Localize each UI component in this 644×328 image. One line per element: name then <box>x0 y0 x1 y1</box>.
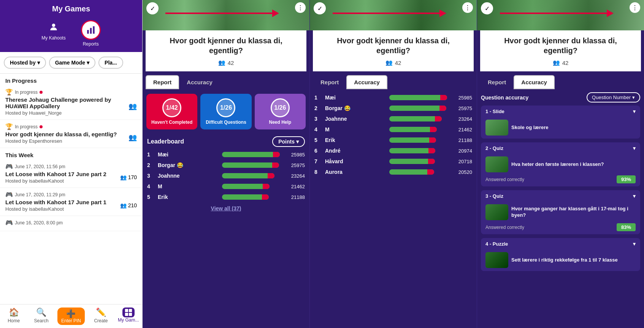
col2-header: ✓ ⋮ <box>310 0 477 30</box>
stat-need-help[interactable]: 1/26 Need Help <box>255 94 306 129</box>
col3-header: ✓ ⋮ <box>477 0 644 30</box>
stat-circle-2: 1/26 <box>216 98 235 117</box>
stat-circle-3: 1/26 <box>271 98 290 117</box>
question-body: Skole og lærere <box>481 117 640 139</box>
list-item[interactable]: 🏆 In progress Hvor godt kjenner du klass… <box>0 120 142 148</box>
accuracy-header: Question accuracy Question Number ▾ <box>481 92 640 102</box>
tab-report[interactable]: Report <box>480 75 514 89</box>
home-icon: 🏠 <box>9 308 19 317</box>
score-bar <box>389 106 447 111</box>
svg-rect-2 <box>90 28 92 34</box>
sidebar-title: My Games <box>0 0 142 16</box>
col2-tabs: Report Accuracy <box>310 71 477 89</box>
list-item[interactable]: 🎮 June 17, 2020, 11:56 pm Let Loose with… <box>0 160 142 188</box>
question-item-1: 1 - Slide ▾ Skole og lærere <box>481 106 640 139</box>
player-count: 👥 42 <box>486 59 635 66</box>
players-filter[interactable]: Pla... <box>98 57 123 69</box>
question-thumbnail <box>485 252 508 268</box>
question-header: 2 - Quiz ▾ <box>481 142 640 154</box>
chevron-down-icon: ▾ <box>633 193 636 199</box>
question-number-button[interactable]: Question Number ▾ <box>587 92 640 102</box>
nav-enter-pin[interactable]: ➕ Enter PIN <box>57 308 85 325</box>
table-row: 3 Joahnne 23264 <box>310 114 477 124</box>
sidebar-item-my-kahoots[interactable]: My Kahoots <box>41 20 65 47</box>
game-card-info: Hvor godt kjenner du klassa di, egentlig… <box>146 30 306 71</box>
sidebar-content: In Progress 🏆 In progress Therese Johaug… <box>0 74 142 304</box>
table-row: 2 Borgar 😂 25975 <box>310 103 477 114</box>
tab-report[interactable]: Report <box>146 75 179 89</box>
table-row: 1 Mæi 25985 <box>143 149 309 160</box>
game-title: Hvor godt kjenner du klassa di, egentlig… <box>152 36 300 55</box>
hosted-by-filter[interactable]: Hosted by ▾ <box>4 57 46 69</box>
score-bar <box>389 127 437 132</box>
chevron-down-icon: ▾ <box>633 109 636 114</box>
game-card-info: Hvor godt kjenner du klassa di, egentlig… <box>313 30 474 71</box>
player-count: 👥 42 <box>319 59 468 66</box>
more-options-button[interactable]: ⋮ <box>630 2 640 13</box>
nav-my-games[interactable]: My Gam... <box>117 308 140 325</box>
list-item[interactable]: 🏆 In progress Therese Johaug Challenge p… <box>0 85 142 120</box>
question-header: 4 - Puzzle ▾ <box>481 238 640 250</box>
arrow-head <box>439 9 446 17</box>
enter-pin-button[interactable]: ➕ Enter PIN <box>57 308 85 325</box>
game-title: Hvor godt kjenner du klassa di, egentlig… <box>319 36 468 55</box>
col3-tabs: Report Accuracy <box>477 71 644 89</box>
nav-search[interactable]: 🔍 Search <box>30 308 53 325</box>
table-row: 7 Håvard 20718 <box>310 156 477 167</box>
check-circle-button[interactable]: ✓ <box>146 2 159 14</box>
more-options-button[interactable]: ⋮ <box>295 2 306 13</box>
svg-rect-5 <box>129 309 132 312</box>
question-body: Hva heter den første læreren i klassen? <box>481 154 640 175</box>
stat-label-1: Haven't Completed <box>149 120 194 125</box>
sidebar-item-reports[interactable]: Reports <box>81 20 101 47</box>
chevron-down-icon: ▾ <box>632 95 635 100</box>
trophy-icon: 🏆 <box>5 88 13 96</box>
game-card-info: Hvor godt kjenner du klassa di, egentlig… <box>480 30 641 71</box>
stat-label-2: Difficult Questions <box>203 120 248 125</box>
tab-report[interactable]: Report <box>313 75 346 89</box>
svg-rect-3 <box>93 26 94 34</box>
arrow-line <box>333 13 439 14</box>
svg-rect-4 <box>125 309 128 312</box>
stat-not-completed[interactable]: 1/42 Haven't Completed <box>146 94 197 129</box>
list-item[interactable]: 🎮 June 16, 2020, 8:00 pm <box>0 216 142 231</box>
score-bar <box>389 116 442 121</box>
table-row: 6 André 20974 <box>310 145 477 156</box>
game-mode-filter[interactable]: Game Mode ▾ <box>49 57 95 69</box>
arrow-head <box>272 9 279 17</box>
my-kahoots-label: My Kahoots <box>41 35 65 41</box>
game-title: Therese Johaug Challenge powered by HUAW… <box>5 96 128 109</box>
chevron-down-icon: ▾ <box>633 145 636 151</box>
kahoot-grid-icon: 🎮 <box>5 191 13 198</box>
nav-home[interactable]: 🏠 Home <box>2 308 25 325</box>
sidebar: My Games My Kahoots Reports Hosted by ▾ <box>0 0 143 328</box>
score-bar <box>222 162 279 168</box>
stat-difficult[interactable]: 1/26 Difficult Questions <box>200 94 251 129</box>
tab-accuracy[interactable]: Accuracy <box>514 75 555 89</box>
table-row: 2 Borgar 😂 25975 <box>143 160 309 170</box>
more-options-button[interactable]: ⋮ <box>462 2 473 13</box>
question-body: Sett lærere i riktig rekkefølge fra 1 ti… <box>481 250 640 271</box>
player-count: 👥 42 <box>152 59 300 66</box>
check-circle-button[interactable]: ✓ <box>314 2 326 14</box>
list-item[interactable]: 🎮 June 17, 2020, 11:29 pm Let Loose with… <box>0 188 142 216</box>
svg-rect-6 <box>125 313 128 316</box>
players-icon: 👥 <box>128 102 137 110</box>
col1-tabs: Report Accuracy <box>143 71 309 89</box>
svg-point-0 <box>52 24 56 27</box>
players-icon: 👥 <box>385 59 393 66</box>
in-progress-label: In Progress <box>0 74 142 85</box>
leaderboard-header: Leaderboard Points ▾ <box>143 134 309 149</box>
score-bar <box>222 173 274 178</box>
tab-accuracy[interactable]: Accuracy <box>346 75 387 89</box>
check-circle-button[interactable]: ✓ <box>481 2 493 14</box>
leaderboard-list-2: 1 Mæi 25985 2 Borgar 😂 25975 <box>310 89 477 177</box>
question-item-4: 4 - Puzzle ▾ Sett lærere i riktig rekkef… <box>481 238 640 271</box>
tab-accuracy[interactable]: Accuracy <box>179 75 220 89</box>
points-filter-button[interactable]: Points ▾ <box>272 136 305 147</box>
game-title: Hvor godt kjenner du klassa di, egentlig… <box>486 36 635 55</box>
score-bar <box>222 184 270 189</box>
view-all-button[interactable]: View all (37) <box>143 202 309 214</box>
nav-create[interactable]: ✏️ Create <box>89 308 112 325</box>
question-body: Hvor mange ganger har klassen gått i 17-… <box>481 202 640 223</box>
